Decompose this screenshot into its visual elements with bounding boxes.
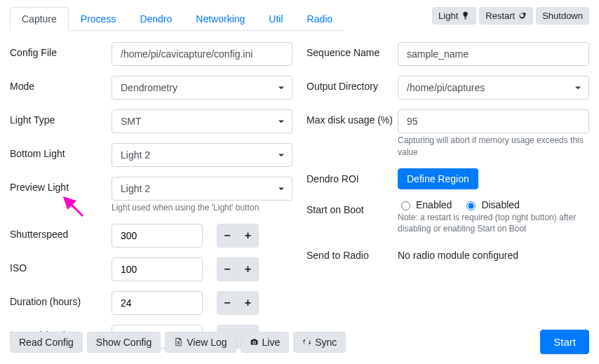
send-radio-text: No radio module configured xyxy=(398,245,589,261)
max-disk-help: Capturing will abort if memory usage exc… xyxy=(398,135,589,159)
file-icon xyxy=(174,337,183,346)
dendro-roi-label: Dendro ROI xyxy=(307,168,398,184)
light-type-select[interactable]: SMT xyxy=(112,109,292,133)
light-type-label: Light Type xyxy=(10,109,112,126)
send-radio-label: Send to Radio xyxy=(307,245,398,261)
show-config-button[interactable]: Show Config xyxy=(87,332,161,353)
sync-button[interactable]: Sync xyxy=(293,332,346,353)
light-button[interactable]: Light xyxy=(432,7,476,25)
preview-light-help: Light used when using the 'Light' button xyxy=(112,202,292,214)
shutterspeed-decrement[interactable]: − xyxy=(217,224,238,248)
tab-radio[interactable]: Radio xyxy=(295,7,345,31)
tab-networking[interactable]: Networking xyxy=(184,7,257,31)
camera-icon xyxy=(250,337,259,346)
mode-label: Mode xyxy=(10,76,112,92)
config-file-label: Config File xyxy=(10,42,112,58)
duration-input[interactable] xyxy=(112,291,203,315)
tab-process[interactable]: Process xyxy=(69,7,128,31)
iso-decrement[interactable]: − xyxy=(217,257,238,281)
start-on-boot-label: Start on Boot xyxy=(307,199,398,215)
nav-tabs: Capture Process Dendro Networking Util R… xyxy=(10,7,344,31)
start-on-boot-disabled[interactable]: Disabled xyxy=(463,199,519,210)
start-button[interactable]: Start xyxy=(540,330,589,354)
tab-capture[interactable]: Capture xyxy=(10,7,69,31)
mode-select[interactable]: Dendrometry xyxy=(112,76,292,100)
start-on-boot-help: Note: a restart is required (top right b… xyxy=(398,212,589,236)
max-disk-label: Max disk usage (%) xyxy=(307,109,398,126)
sequence-name-input[interactable] xyxy=(398,42,589,66)
preview-light-label: Preview Light xyxy=(10,177,112,193)
read-config-button[interactable]: Read Config xyxy=(10,332,83,353)
iso-increment[interactable]: + xyxy=(238,257,259,281)
duration-label: Duration (hours) xyxy=(10,291,112,307)
iso-label: ISO xyxy=(10,257,112,274)
bottom-light-label: Bottom Light xyxy=(10,143,112,159)
duration-decrement[interactable]: − xyxy=(217,291,238,315)
sync-icon xyxy=(302,337,311,346)
bottom-light-select[interactable]: Light 2 xyxy=(112,143,292,167)
lightbulb-icon xyxy=(461,11,470,20)
shutdown-button[interactable]: Shutdown xyxy=(536,7,589,25)
shutterspeed-input[interactable] xyxy=(112,224,203,248)
view-log-button[interactable]: View Log xyxy=(165,332,236,353)
light-label: Light xyxy=(438,11,458,21)
config-file-input[interactable] xyxy=(112,42,292,66)
shutterspeed-label: Shutterspeed xyxy=(10,224,112,240)
restart-label: Restart xyxy=(485,11,515,21)
live-button[interactable]: Live xyxy=(241,332,290,353)
tab-util[interactable]: Util xyxy=(257,7,295,31)
shutdown-label: Shutdown xyxy=(542,11,583,21)
tab-dendro[interactable]: Dendro xyxy=(128,7,184,31)
restart-button[interactable]: Restart xyxy=(479,7,533,25)
shutterspeed-increment[interactable]: + xyxy=(238,224,259,248)
output-dir-label: Output Directory xyxy=(307,76,398,92)
duration-increment[interactable]: + xyxy=(238,291,259,315)
restart-icon xyxy=(518,11,527,20)
define-region-button[interactable]: Define Region xyxy=(398,168,478,189)
max-disk-input[interactable] xyxy=(398,109,589,133)
preview-light-select[interactable]: Light 2 xyxy=(112,177,292,201)
sequence-name-label: Sequence Name xyxy=(307,42,398,58)
iso-input[interactable] xyxy=(112,257,203,281)
start-on-boot-enabled[interactable]: Enabled xyxy=(398,199,452,210)
output-dir-select[interactable]: /home/pi/captures xyxy=(398,76,589,100)
